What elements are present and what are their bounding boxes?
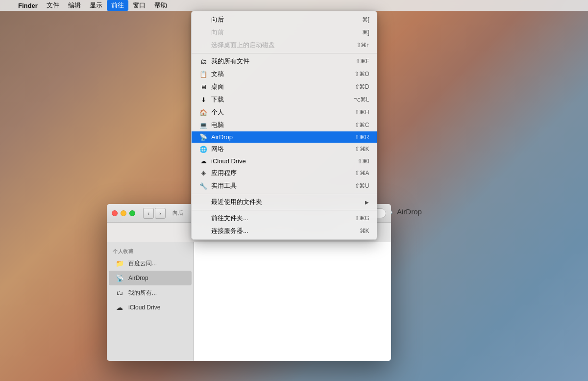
menubar-edit[interactable]: 编辑 bbox=[64, 0, 85, 11]
menubar-help[interactable]: 帮助 bbox=[150, 0, 172, 11]
nav-back-label: 向后 bbox=[172, 209, 183, 217]
menu-item-computer-shortcut: ⇧⌘C bbox=[355, 122, 369, 128]
sidebar-section-label: 个人收藏 bbox=[107, 246, 194, 256]
menu-item-airdrop-label: AirDrop bbox=[211, 133, 233, 141]
menu-item-forward-shortcut: ⌘] bbox=[362, 29, 369, 36]
submenu-arrow: ▶ bbox=[365, 200, 369, 205]
sidebar-item-allfiles-label: 我的所有... bbox=[128, 289, 157, 297]
utilities-icon: 🔧 bbox=[199, 182, 207, 190]
menu-item-documents-shortcut: ⇧⌘O bbox=[354, 71, 369, 77]
menu-item-desktop-label: 桌面 bbox=[211, 82, 224, 91]
nav-back-button[interactable]: ‹ bbox=[143, 208, 154, 219]
menu-item-connect-server[interactable]: 连接服务器... ⌘K bbox=[192, 225, 377, 237]
traffic-light-maximize[interactable] bbox=[129, 210, 135, 216]
apple-menu[interactable] bbox=[4, 0, 14, 11]
menu-item-startup[interactable]: 选择桌面上的启动磁盘 ⇧⌘↑ bbox=[192, 39, 377, 51]
menu-item-airdrop[interactable]: 📡 AirDrop ⇧⌘R bbox=[192, 131, 377, 143]
menu-separator-3 bbox=[192, 210, 377, 210]
applications-icon: ✳ bbox=[199, 170, 207, 177]
menu-item-connect-server-shortcut: ⌘K bbox=[360, 228, 369, 234]
finder-content-area bbox=[194, 242, 391, 361]
computer-icon: 💻 bbox=[199, 122, 207, 129]
menu-separator-2 bbox=[192, 194, 377, 194]
allfiles-sidebar-icon: 🗂 bbox=[115, 288, 124, 298]
menubar-finder[interactable]: Finder bbox=[14, 0, 42, 11]
menu-item-network[interactable]: 🌐 网络 ⇧⌘K bbox=[192, 143, 377, 155]
menubar-go[interactable]: 前往 bbox=[107, 0, 128, 11]
menu-item-network-label: 网络 bbox=[211, 145, 224, 153]
menu-item-downloads-shortcut: ⌥⌘L bbox=[354, 96, 369, 103]
menu-item-icloud[interactable]: ☁ iCloud Drive ⇧⌘I bbox=[192, 155, 377, 167]
menu-item-downloads-label: 下载 bbox=[211, 95, 224, 104]
menu-item-recent-folders-label: 最近使用的文件夹 bbox=[211, 198, 262, 206]
menu-item-documents[interactable]: 📋 文稿 ⇧⌘O bbox=[192, 68, 377, 80]
menu-item-startup-label: 选择桌面上的启动磁盘 bbox=[211, 41, 275, 50]
menu-item-applications[interactable]: ✳ 应用程序 ⇧⌘A bbox=[192, 167, 377, 179]
menu-item-back-shortcut: ⌘[ bbox=[362, 16, 369, 23]
sidebar-item-icloud-label: iCloud Drive bbox=[128, 304, 160, 311]
menubar-view[interactable]: 显示 bbox=[85, 0, 107, 11]
menu-item-startup-shortcut: ⇧⌘↑ bbox=[356, 42, 369, 49]
documents-icon: 📋 bbox=[199, 71, 207, 78]
sidebar-item-allfiles[interactable]: 🗂 我的所有... bbox=[109, 285, 192, 300]
icloud-menu-icon: ☁ bbox=[199, 157, 207, 165]
goto-dropdown-menu: 向后 ⌘[ 向前 ⌘] 选择桌面上的启动磁盘 ⇧⌘↑ 🗂 我的所有文件 ⇧⌘F … bbox=[191, 11, 377, 240]
airdrop-sidebar-icon: 📡 bbox=[115, 273, 124, 283]
finder-sidebar: 个人收藏 📁 百度云同... 📡 AirDrop 🗂 我的所有... ☁ iCl… bbox=[107, 242, 194, 361]
desktop-icon: 🖥 bbox=[199, 83, 207, 91]
menu-item-utilities-label: 实用工具 bbox=[211, 181, 237, 190]
sidebar-item-baiduyun[interactable]: 📁 百度云同... bbox=[109, 256, 192, 271]
menu-item-airdrop-shortcut: ⇧⌘R bbox=[355, 134, 369, 141]
allfiles-icon: 🗂 bbox=[199, 58, 207, 65]
sidebar-item-airdrop[interactable]: 📡 AirDrop bbox=[109, 271, 192, 285]
menubar-file[interactable]: 文件 bbox=[42, 0, 64, 11]
menu-item-computer-label: 电脑 bbox=[211, 121, 224, 129]
menu-item-goto-folder[interactable]: 前往文件夹... ⇧⌘G bbox=[192, 212, 377, 225]
menu-item-utilities-shortcut: ⇧⌘U bbox=[355, 182, 369, 189]
menu-item-allfiles[interactable]: 🗂 我的所有文件 ⇧⌘F bbox=[192, 55, 377, 68]
network-icon: 🌐 bbox=[199, 146, 207, 153]
menubar-window[interactable]: 窗口 bbox=[128, 0, 150, 11]
menu-item-back[interactable]: 向后 ⌘[ bbox=[192, 13, 377, 26]
menu-item-applications-shortcut: ⇧⌘A bbox=[355, 170, 369, 177]
menu-item-home[interactable]: 🏠 个人 ⇧⌘H bbox=[192, 106, 377, 119]
menu-item-icloud-shortcut: ⇧⌘I bbox=[357, 158, 369, 165]
nav-forward-button[interactable]: › bbox=[155, 208, 166, 219]
airdrop-bg-title-text: AirDrop bbox=[397, 207, 422, 216]
menu-item-desktop[interactable]: 🖥 桌面 ⇧⌘D bbox=[192, 80, 377, 93]
sidebar-item-baiduyun-label: 百度云同... bbox=[128, 259, 157, 268]
home-icon: 🏠 bbox=[199, 109, 207, 116]
menu-item-computer[interactable]: 💻 电脑 ⇧⌘C bbox=[192, 119, 377, 131]
traffic-light-minimize[interactable] bbox=[121, 210, 126, 216]
menu-item-allfiles-label: 我的所有文件 bbox=[211, 57, 249, 66]
menu-item-desktop-shortcut: ⇧⌘D bbox=[355, 83, 369, 90]
menu-item-utilities[interactable]: 🔧 实用工具 ⇧⌘U bbox=[192, 179, 377, 192]
sidebar-item-icloud[interactable]: ☁ iCloud Drive bbox=[109, 300, 192, 315]
menu-item-allfiles-shortcut: ⇧⌘F bbox=[355, 58, 369, 65]
finder-nav-buttons: ‹ › bbox=[143, 208, 166, 219]
menu-item-back-label: 向后 bbox=[211, 15, 224, 24]
traffic-light-close[interactable] bbox=[112, 210, 118, 216]
menu-item-downloads[interactable]: ⬇ 下载 ⌥⌘L bbox=[192, 93, 377, 106]
airdrop-menu-icon: 📡 bbox=[199, 133, 207, 141]
baiduyun-icon: 📁 bbox=[115, 258, 124, 268]
menu-item-goto-folder-shortcut: ⇧⌘G bbox=[354, 215, 369, 222]
menu-item-home-shortcut: ⇧⌘H bbox=[355, 109, 369, 116]
menubar: Finder 文件 编辑 显示 前往 窗口 帮助 bbox=[0, 0, 588, 11]
menu-item-connect-server-label: 连接服务器... bbox=[211, 227, 248, 235]
menu-item-goto-folder-label: 前往文件夹... bbox=[211, 214, 248, 223]
menu-item-home-label: 个人 bbox=[211, 108, 224, 117]
menu-item-applications-label: 应用程序 bbox=[211, 169, 237, 178]
menu-item-icloud-label: iCloud Drive bbox=[211, 157, 246, 165]
menu-separator-1 bbox=[192, 53, 377, 53]
menu-item-network-shortcut: ⇧⌘K bbox=[355, 146, 369, 152]
menu-item-forward-label: 向前 bbox=[211, 28, 224, 37]
downloads-icon: ⬇ bbox=[199, 96, 207, 103]
menu-item-recent-folders[interactable]: 最近使用的文件夹 ▶ bbox=[192, 196, 377, 208]
icloud-sidebar-icon: ☁ bbox=[115, 303, 124, 312]
sidebar-item-airdrop-label: AirDrop bbox=[128, 275, 148, 281]
menu-item-documents-label: 文稿 bbox=[211, 70, 224, 78]
menu-item-forward[interactable]: 向前 ⌘] bbox=[192, 26, 377, 39]
